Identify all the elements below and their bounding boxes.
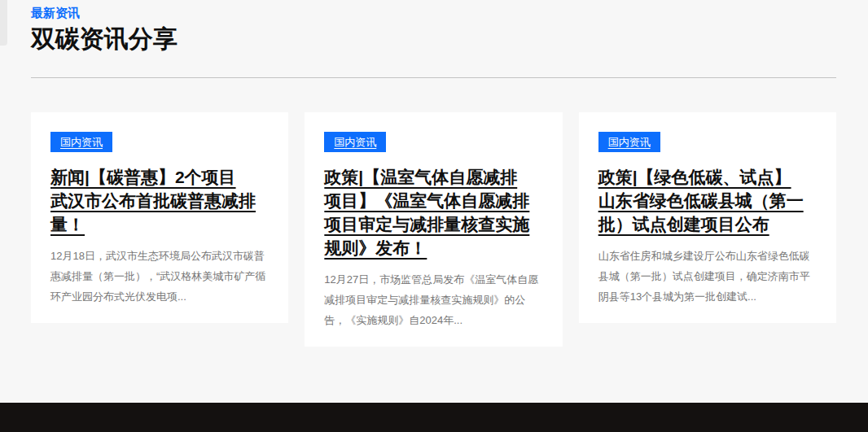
content-area: 最新资讯 双碳资讯分享 国内资讯 新闻|【碳普惠】2个项目 武汉市公布首批碳普惠…	[0, 0, 868, 347]
page-title: 双碳资讯分享	[31, 23, 836, 55]
news-card-row: 国内资讯 新闻|【碳普惠】2个项目 武汉市公布首批碳普惠减排 量！ 12月18日…	[31, 112, 836, 347]
article-title-link[interactable]: 新闻|【碳普惠】2个项目 武汉市公布首批碳普惠减排 量！	[50, 168, 256, 233]
category-badge-link[interactable]: 国内资讯	[598, 132, 660, 152]
article-title: 新闻|【碳普惠】2个项目 武汉市公布首批碳普惠减排 量！	[50, 165, 269, 236]
article-excerpt: 山东省住房和城乡建设厅公布山东省绿色低碳 县城（第一批）试点创建项目，确定济南市…	[598, 246, 817, 307]
news-section-page: 最新资讯 双碳资讯分享 国内资讯 新闻|【碳普惠】2个项目 武汉市公布首批碳普惠…	[0, 0, 868, 432]
page-footer	[0, 403, 868, 432]
article-title-link[interactable]: 政策|【绿色低碳、试点】 山东省绿色低碳县城（第一 批）试点创建项目公布	[598, 168, 804, 233]
news-card: 国内资讯 政策|【绿色低碳、试点】 山东省绿色低碳县城（第一 批）试点创建项目公…	[579, 112, 836, 323]
category-badge-link[interactable]: 国内资讯	[50, 132, 112, 152]
section-divider	[31, 77, 836, 78]
article-title-link[interactable]: 政策|【温室气体自愿减排 项目】《温室气体自愿减排 项目审定与减排量核查实施 规…	[324, 168, 529, 257]
article-title: 政策|【温室气体自愿减排 项目】《温室气体自愿减排 项目审定与减排量核查实施 规…	[324, 165, 542, 260]
section-eyebrow: 最新资讯	[31, 5, 836, 21]
article-excerpt: 12月18日，武汉市生态环境局公布武汉市碳普 惠减排量（第一批），“武汉格林美城…	[50, 246, 269, 307]
article-excerpt: 12月27日，市场监管总局发布《温室气体自愿 减排项目审定与减排量核查实施规则》…	[324, 269, 542, 330]
news-card: 国内资讯 新闻|【碳普惠】2个项目 武汉市公布首批碳普惠减排 量！ 12月18日…	[31, 112, 288, 323]
category-badge-link[interactable]: 国内资讯	[324, 132, 386, 152]
scrollbar-artifact	[0, 0, 7, 46]
news-card: 国内资讯 政策|【温室气体自愿减排 项目】《温室气体自愿减排 项目审定与减排量核…	[305, 112, 562, 347]
article-title: 政策|【绿色低碳、试点】 山东省绿色低碳县城（第一 批）试点创建项目公布	[598, 165, 817, 236]
